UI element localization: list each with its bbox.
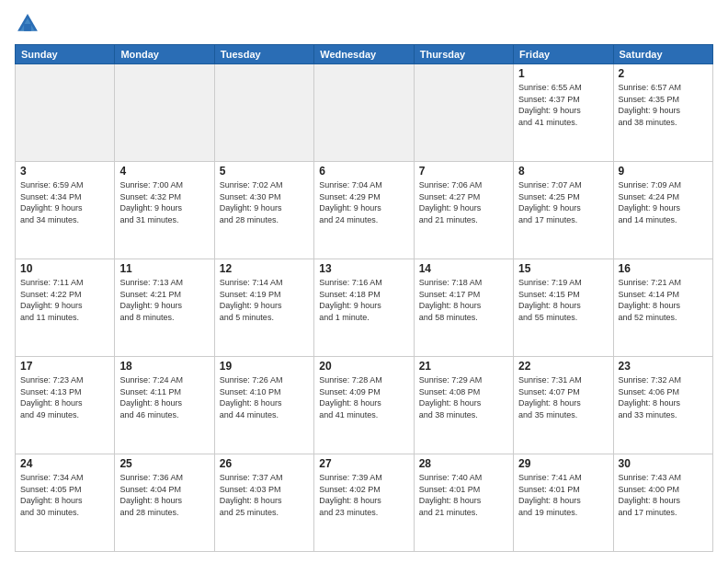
day-info: Sunrise: 7:23 AM Sunset: 4:13 PM Dayligh… bbox=[20, 374, 109, 420]
day-number: 5 bbox=[220, 165, 309, 178]
day-cell-empty-3 bbox=[314, 64, 414, 162]
day-info: Sunrise: 7:43 AM Sunset: 4:00 PM Dayligh… bbox=[619, 472, 708, 518]
day-number: 2 bbox=[619, 67, 708, 80]
day-number: 7 bbox=[419, 165, 508, 178]
day-number: 13 bbox=[319, 262, 408, 275]
day-info: Sunrise: 7:14 AM Sunset: 4:19 PM Dayligh… bbox=[220, 277, 309, 323]
day-cell-18: 18Sunrise: 7:24 AM Sunset: 4:11 PM Dayli… bbox=[115, 357, 214, 454]
day-cell-3: 3Sunrise: 6:59 AM Sunset: 4:34 PM Daylig… bbox=[16, 162, 115, 259]
week-row-1: 1Sunrise: 6:55 AM Sunset: 4:37 PM Daylig… bbox=[16, 64, 713, 162]
day-cell-5: 5Sunrise: 7:02 AM Sunset: 4:30 PM Daylig… bbox=[214, 162, 313, 259]
day-cell-10: 10Sunrise: 7:11 AM Sunset: 4:22 PM Dayli… bbox=[16, 259, 115, 357]
day-number: 1 bbox=[518, 67, 608, 80]
weekday-header-sunday: Sunday bbox=[16, 45, 115, 64]
day-info: Sunrise: 7:39 AM Sunset: 4:02 PM Dayligh… bbox=[319, 472, 408, 518]
day-number: 19 bbox=[220, 360, 309, 373]
day-cell-20: 20Sunrise: 7:28 AM Sunset: 4:09 PM Dayli… bbox=[314, 357, 414, 454]
day-cell-27: 27Sunrise: 7:39 AM Sunset: 4:02 PM Dayli… bbox=[314, 454, 414, 552]
day-info: Sunrise: 7:11 AM Sunset: 4:22 PM Dayligh… bbox=[20, 277, 109, 323]
header bbox=[15, 11, 713, 37]
day-number: 28 bbox=[419, 457, 508, 470]
day-cell-19: 19Sunrise: 7:26 AM Sunset: 4:10 PM Dayli… bbox=[214, 357, 313, 454]
day-number: 8 bbox=[518, 165, 608, 178]
week-row-5: 24Sunrise: 7:34 AM Sunset: 4:05 PM Dayli… bbox=[16, 454, 713, 552]
day-cell-13: 13Sunrise: 7:16 AM Sunset: 4:18 PM Dayli… bbox=[314, 259, 414, 357]
day-cell-22: 22Sunrise: 7:31 AM Sunset: 4:07 PM Dayli… bbox=[514, 357, 613, 454]
day-info: Sunrise: 7:04 AM Sunset: 4:29 PM Dayligh… bbox=[319, 179, 408, 225]
day-number: 14 bbox=[419, 262, 508, 275]
day-info: Sunrise: 7:06 AM Sunset: 4:27 PM Dayligh… bbox=[419, 179, 508, 225]
day-number: 23 bbox=[619, 360, 708, 373]
day-number: 24 bbox=[20, 457, 109, 470]
day-cell-7: 7Sunrise: 7:06 AM Sunset: 4:27 PM Daylig… bbox=[414, 162, 513, 259]
weekday-header-saturday: Saturday bbox=[613, 45, 712, 64]
day-cell-9: 9Sunrise: 7:09 AM Sunset: 4:24 PM Daylig… bbox=[613, 162, 712, 259]
day-cell-8: 8Sunrise: 7:07 AM Sunset: 4:25 PM Daylig… bbox=[514, 162, 613, 259]
day-cell-12: 12Sunrise: 7:14 AM Sunset: 4:19 PM Dayli… bbox=[214, 259, 313, 357]
page: SundayMondayTuesdayWednesdayThursdayFrid… bbox=[0, 0, 728, 563]
day-info: Sunrise: 6:57 AM Sunset: 4:35 PM Dayligh… bbox=[619, 82, 708, 128]
weekday-header-thursday: Thursday bbox=[414, 45, 513, 64]
day-info: Sunrise: 7:18 AM Sunset: 4:17 PM Dayligh… bbox=[419, 277, 508, 323]
day-number: 3 bbox=[20, 165, 109, 178]
day-number: 17 bbox=[20, 360, 109, 373]
day-number: 11 bbox=[119, 262, 209, 275]
week-row-4: 17Sunrise: 7:23 AM Sunset: 4:13 PM Dayli… bbox=[16, 357, 713, 454]
day-info: Sunrise: 7:24 AM Sunset: 4:11 PM Dayligh… bbox=[119, 374, 209, 420]
svg-rect-2 bbox=[24, 24, 31, 31]
day-number: 18 bbox=[119, 360, 209, 373]
day-number: 25 bbox=[119, 457, 209, 470]
day-number: 22 bbox=[518, 360, 608, 373]
weekday-header-friday: Friday bbox=[514, 45, 613, 64]
week-row-2: 3Sunrise: 6:59 AM Sunset: 4:34 PM Daylig… bbox=[16, 162, 713, 259]
day-info: Sunrise: 7:32 AM Sunset: 4:06 PM Dayligh… bbox=[619, 374, 708, 420]
day-info: Sunrise: 6:55 AM Sunset: 4:37 PM Dayligh… bbox=[518, 82, 608, 128]
day-cell-28: 28Sunrise: 7:40 AM Sunset: 4:01 PM Dayli… bbox=[414, 454, 513, 552]
day-info: Sunrise: 7:28 AM Sunset: 4:09 PM Dayligh… bbox=[319, 374, 408, 420]
day-info: Sunrise: 7:29 AM Sunset: 4:08 PM Dayligh… bbox=[419, 374, 508, 420]
day-info: Sunrise: 7:34 AM Sunset: 4:05 PM Dayligh… bbox=[20, 472, 109, 518]
day-number: 6 bbox=[319, 165, 408, 178]
day-info: Sunrise: 7:13 AM Sunset: 4:21 PM Dayligh… bbox=[119, 277, 209, 323]
day-info: Sunrise: 7:02 AM Sunset: 4:30 PM Dayligh… bbox=[220, 179, 309, 225]
day-number: 16 bbox=[619, 262, 708, 275]
day-cell-11: 11Sunrise: 7:13 AM Sunset: 4:21 PM Dayli… bbox=[115, 259, 214, 357]
day-cell-24: 24Sunrise: 7:34 AM Sunset: 4:05 PM Dayli… bbox=[16, 454, 115, 552]
day-cell-17: 17Sunrise: 7:23 AM Sunset: 4:13 PM Dayli… bbox=[16, 357, 115, 454]
day-info: Sunrise: 7:21 AM Sunset: 4:14 PM Dayligh… bbox=[619, 277, 708, 323]
day-cell-21: 21Sunrise: 7:29 AM Sunset: 4:08 PM Dayli… bbox=[414, 357, 513, 454]
day-info: Sunrise: 7:09 AM Sunset: 4:24 PM Dayligh… bbox=[619, 179, 708, 225]
day-number: 10 bbox=[20, 262, 109, 275]
day-info: Sunrise: 7:36 AM Sunset: 4:04 PM Dayligh… bbox=[119, 472, 209, 518]
day-number: 20 bbox=[319, 360, 408, 373]
day-info: Sunrise: 7:16 AM Sunset: 4:18 PM Dayligh… bbox=[319, 277, 408, 323]
day-info: Sunrise: 7:07 AM Sunset: 4:25 PM Dayligh… bbox=[518, 179, 608, 225]
day-cell-empty-2 bbox=[214, 64, 313, 162]
day-number: 21 bbox=[419, 360, 508, 373]
day-cell-empty-4 bbox=[414, 64, 513, 162]
day-info: Sunrise: 7:31 AM Sunset: 4:07 PM Dayligh… bbox=[518, 374, 608, 420]
day-cell-26: 26Sunrise: 7:37 AM Sunset: 4:03 PM Dayli… bbox=[214, 454, 313, 552]
day-cell-14: 14Sunrise: 7:18 AM Sunset: 4:17 PM Dayli… bbox=[414, 259, 513, 357]
day-info: Sunrise: 6:59 AM Sunset: 4:34 PM Dayligh… bbox=[20, 179, 109, 225]
day-info: Sunrise: 7:40 AM Sunset: 4:01 PM Dayligh… bbox=[419, 472, 508, 518]
day-info: Sunrise: 7:41 AM Sunset: 4:01 PM Dayligh… bbox=[518, 472, 608, 518]
day-number: 12 bbox=[220, 262, 309, 275]
day-cell-23: 23Sunrise: 7:32 AM Sunset: 4:06 PM Dayli… bbox=[613, 357, 712, 454]
day-cell-empty-0 bbox=[16, 64, 115, 162]
weekday-header-wednesday: Wednesday bbox=[314, 45, 414, 64]
day-info: Sunrise: 7:26 AM Sunset: 4:10 PM Dayligh… bbox=[220, 374, 309, 420]
week-row-3: 10Sunrise: 7:11 AM Sunset: 4:22 PM Dayli… bbox=[16, 259, 713, 357]
day-number: 30 bbox=[619, 457, 708, 470]
weekday-header-monday: Monday bbox=[115, 45, 214, 64]
day-info: Sunrise: 7:00 AM Sunset: 4:32 PM Dayligh… bbox=[119, 179, 209, 225]
day-cell-29: 29Sunrise: 7:41 AM Sunset: 4:01 PM Dayli… bbox=[514, 454, 613, 552]
weekday-header-tuesday: Tuesday bbox=[214, 45, 313, 64]
day-cell-empty-1 bbox=[115, 64, 214, 162]
weekday-header-row: SundayMondayTuesdayWednesdayThursdayFrid… bbox=[16, 45, 713, 64]
logo bbox=[15, 11, 44, 37]
day-number: 4 bbox=[119, 165, 209, 178]
day-cell-30: 30Sunrise: 7:43 AM Sunset: 4:00 PM Dayli… bbox=[613, 454, 712, 552]
logo-icon bbox=[15, 11, 40, 37]
day-cell-6: 6Sunrise: 7:04 AM Sunset: 4:29 PM Daylig… bbox=[314, 162, 414, 259]
